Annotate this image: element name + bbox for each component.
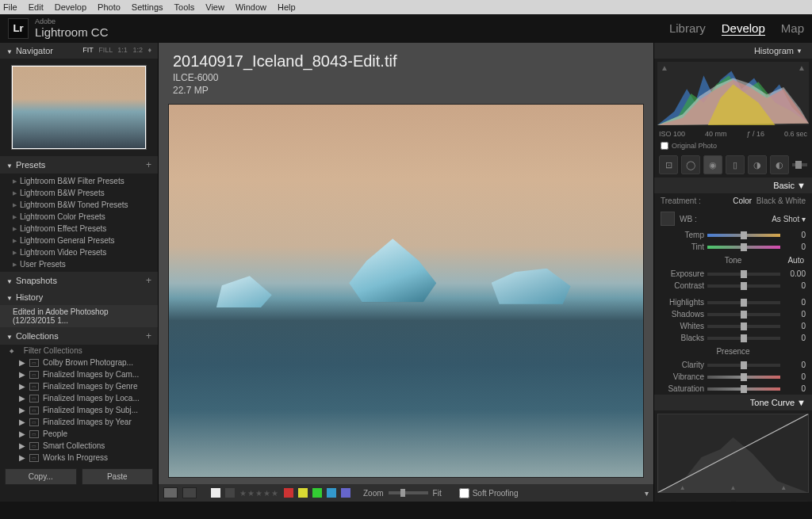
menu-photo[interactable]: Photo xyxy=(98,2,121,12)
presets-header[interactable]: ▼Presets + xyxy=(0,156,158,174)
histogram-header[interactable]: Histogram ▼ xyxy=(654,43,812,59)
collection-item[interactable]: ▶▭Colby Brown Photograp... xyxy=(0,357,158,368)
zoom-slider[interactable] xyxy=(389,491,428,494)
collection-item[interactable]: ▶▭Finalized Images by Year xyxy=(0,416,158,428)
highlights-slider[interactable] xyxy=(707,301,780,304)
paste-button[interactable]: Paste xyxy=(82,468,154,485)
module-develop[interactable]: Develop xyxy=(722,21,765,36)
wb-select[interactable]: As Shot ▾ xyxy=(772,215,806,223)
redeye-tool-icon[interactable]: ◉ xyxy=(703,155,722,174)
preset-folder[interactable]: ▶Lightroom B&W Toned Presets xyxy=(0,199,158,211)
tone-curve-display[interactable]: ▲▲▲ xyxy=(657,414,809,493)
collection-item[interactable]: ▶▭People xyxy=(0,428,158,440)
rating-stars[interactable]: ★★★★★ xyxy=(239,489,279,498)
loupe-view-icon[interactable] xyxy=(163,487,178,498)
radial-tool-icon[interactable]: ◑ xyxy=(748,155,767,174)
copy-button[interactable]: Copy... xyxy=(5,468,77,485)
tool-slider[interactable] xyxy=(792,163,807,166)
tint-slider[interactable] xyxy=(707,246,780,249)
color-label-red[interactable] xyxy=(284,488,293,498)
curve-handle-icon[interactable]: ▲ xyxy=(780,484,787,491)
add-preset-icon[interactable]: + xyxy=(146,159,151,170)
preset-folder[interactable]: ▶Lightroom Effect Presets xyxy=(0,223,158,235)
color-label-yellow[interactable] xyxy=(298,488,308,498)
treatment-bw[interactable]: Black & White xyxy=(756,197,806,205)
clarity-slider[interactable] xyxy=(707,364,780,367)
module-library[interactable]: Library xyxy=(669,21,706,36)
spot-tool-icon[interactable]: ◯ xyxy=(681,155,700,174)
collection-set-icon: ▭ xyxy=(29,359,39,367)
zoom-1-2[interactable]: 1:2 xyxy=(132,46,143,54)
exposure-slider[interactable] xyxy=(707,273,780,276)
history-header[interactable]: ▼History xyxy=(0,289,158,305)
gradient-tool-icon[interactable]: ▯ xyxy=(726,155,745,174)
image-canvas[interactable] xyxy=(168,104,644,478)
collection-item[interactable]: ▶▭Finalized Images by Cam... xyxy=(0,368,158,380)
preset-folder[interactable]: ▶Lightroom General Presets xyxy=(0,235,158,246)
toolbar-more-icon[interactable]: ▾ xyxy=(645,489,649,498)
histogram-display[interactable]: ▲ ▲ xyxy=(657,62,809,125)
original-photo-toggle[interactable]: Original Photo xyxy=(654,139,812,152)
brush-tool-icon[interactable]: ◐ xyxy=(770,155,789,174)
left-panel: ▼Navigator FIT FILL 1:1 1:2 ♦ ▼Presets +… xyxy=(0,43,159,502)
zoom-fit[interactable]: FIT xyxy=(82,46,93,54)
menu-develop[interactable]: Develop xyxy=(55,2,86,12)
collection-item[interactable]: ▶▭Smart Collections xyxy=(0,440,158,452)
collection-item[interactable]: ▶▭Works In Progress xyxy=(0,452,158,464)
filmstrip-collapsed[interactable] xyxy=(0,502,812,519)
color-label-purple[interactable] xyxy=(341,488,350,498)
soft-proofing-toggle[interactable]: Soft Proofing xyxy=(459,488,519,498)
menu-settings[interactable]: Settings xyxy=(132,2,163,12)
preset-folder[interactable]: ▶Lightroom Video Presets xyxy=(0,246,158,258)
blacks-slider[interactable] xyxy=(707,337,780,340)
contrast-slider[interactable] xyxy=(707,284,780,288)
crop-tool-icon[interactable]: ⊡ xyxy=(659,155,678,174)
shadows-slider[interactable] xyxy=(707,313,780,316)
history-item[interactable]: Edited in Adobe Photoshop (12/23/2015 1.… xyxy=(0,305,158,327)
flag-pick-icon[interactable] xyxy=(211,488,220,498)
module-map[interactable]: Map xyxy=(781,21,804,36)
navigator-thumbnail[interactable] xyxy=(11,65,147,150)
filter-collections[interactable]: ◆ Filter Collections xyxy=(0,345,158,357)
color-label-blue[interactable] xyxy=(327,488,336,498)
add-collection-icon[interactable]: + xyxy=(146,330,151,342)
preset-folder[interactable]: ▶Lightroom B&W Presets xyxy=(0,187,158,199)
zoom-fill[interactable]: FILL xyxy=(98,46,113,54)
auto-tone-button[interactable]: Auto xyxy=(787,256,804,265)
preset-folder[interactable]: ▶User Presets xyxy=(0,258,158,270)
tone-curve-header[interactable]: Tone Curve ▼ xyxy=(654,395,812,410)
menu-window[interactable]: Window xyxy=(236,2,266,12)
collections-header[interactable]: ▼Collections + xyxy=(0,327,158,345)
treatment-color[interactable]: Color xyxy=(733,197,752,205)
before-after-icon[interactable] xyxy=(182,487,197,498)
clip-highlight-icon[interactable]: ▲ xyxy=(798,63,806,72)
snapshots-header[interactable]: ▼Snapshots + xyxy=(0,272,158,289)
curve-handle-icon[interactable]: ▲ xyxy=(730,484,737,491)
menu-view[interactable]: View xyxy=(205,2,224,12)
zoom-1-1[interactable]: 1:1 xyxy=(117,46,128,54)
menu-file[interactable]: File xyxy=(3,2,17,12)
color-label-green[interactable] xyxy=(312,488,322,498)
collection-item[interactable]: ▶▭Finalized Images by Genre xyxy=(0,380,158,392)
vibrance-slider[interactable] xyxy=(707,376,780,379)
menu-edit[interactable]: Edit xyxy=(29,2,44,12)
photo-preview[interactable] xyxy=(168,104,644,478)
basic-panel-header[interactable]: Basic ▼ xyxy=(654,177,812,193)
whites-slider[interactable] xyxy=(707,325,780,328)
menu-help[interactable]: Help xyxy=(278,2,296,12)
add-snapshot-icon[interactable]: + xyxy=(146,275,151,286)
curve-handle-icon[interactable]: ▲ xyxy=(680,484,686,491)
preset-folder[interactable]: ▶Lightroom Color Presets xyxy=(0,211,158,223)
flag-reject-icon[interactable] xyxy=(225,488,235,498)
temp-slider[interactable] xyxy=(707,234,780,237)
navigator-header[interactable]: ▼Navigator FIT FILL 1:1 1:2 ♦ xyxy=(0,43,158,59)
collection-item[interactable]: ▶▭Finalized Images by Loca... xyxy=(0,392,158,404)
menu-tools[interactable]: Tools xyxy=(174,2,195,12)
preset-folder[interactable]: ▶Lightroom B&W Filter Presets xyxy=(0,175,158,187)
wb-eyedropper-icon[interactable] xyxy=(661,212,675,226)
zoom-more-icon[interactable]: ♦ xyxy=(147,46,151,54)
collection-item[interactable]: ▶▭Finalized Images by Subj... xyxy=(0,404,158,416)
iceberg-shape xyxy=(216,276,272,307)
saturation-slider[interactable] xyxy=(707,387,780,391)
clip-shadow-icon[interactable]: ▲ xyxy=(661,63,668,72)
